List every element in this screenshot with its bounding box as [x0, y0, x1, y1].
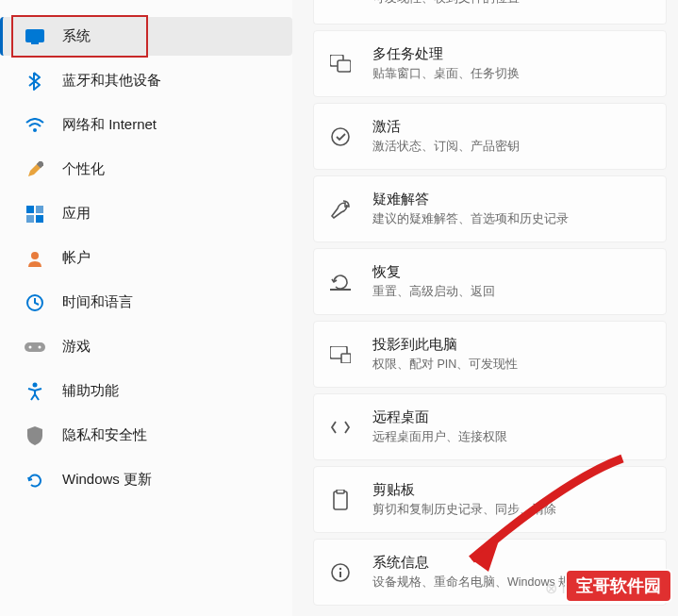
card-title: 投影到此电脑	[372, 336, 518, 354]
personalization-icon	[25, 159, 45, 180]
watermark-badge: 宝哥软件园	[565, 569, 672, 603]
recovery-icon	[329, 271, 352, 293]
svg-point-13	[33, 382, 38, 387]
sidebar-item-label: 个性化	[62, 160, 105, 178]
card-recovery[interactable]: 恢复 重置、高级启动、返回	[313, 248, 667, 315]
svg-rect-10	[25, 342, 45, 352]
sidebar-item-network[interactable]: 网络和 Internet	[0, 106, 292, 144]
card-subtitle: 远程桌面用户、连接权限	[372, 429, 507, 445]
card-title: 恢复	[372, 263, 495, 281]
windows-update-icon	[25, 470, 45, 491]
card-activation[interactable]: 激活 激活状态、订阅、产品密钥	[313, 103, 667, 170]
svg-rect-4	[26, 206, 34, 213]
svg-rect-5	[36, 206, 43, 213]
sidebar-item-label: 蓝牙和其他设备	[62, 72, 161, 90]
card-subtitle: 建议的疑难解答、首选项和历史记录	[372, 211, 569, 227]
sidebar-item-accounts[interactable]: 帐户	[0, 239, 292, 277]
svg-rect-0	[25, 29, 44, 42]
settings-sidebar: 系统 蓝牙和其他设备 网络和 Internet 个性化 应用	[0, 0, 292, 616]
sidebar-item-windows-update[interactable]: Windows 更新	[0, 460, 292, 499]
sidebar-item-label: 隐私和安全性	[62, 426, 147, 444]
troubleshoot-icon	[329, 198, 352, 221]
sidebar-item-label: 网络和 Internet	[62, 116, 157, 134]
apps-icon	[25, 204, 45, 225]
svg-point-23	[339, 567, 341, 569]
bluetooth-icon	[25, 71, 45, 92]
card-subtitle: 权限、配对 PIN、可发现性	[372, 357, 518, 373]
sidebar-item-label: 应用	[62, 205, 91, 223]
sidebar-item-gaming[interactable]: 游戏	[0, 327, 292, 366]
svg-rect-21	[337, 490, 344, 493]
sidebar-item-label: 游戏	[62, 338, 91, 356]
privacy-icon	[25, 425, 45, 446]
svg-rect-15	[338, 60, 351, 72]
time-language-icon	[25, 292, 45, 313]
card-title: 激活	[372, 118, 520, 136]
sidebar-item-privacy[interactable]: 隐私和安全性	[0, 416, 292, 455]
card-title: 剪贴板	[372, 481, 556, 499]
card-subtitle: 剪切和复制历史记录、同步、清除	[372, 502, 556, 518]
multitask-icon	[329, 53, 352, 75]
svg-rect-7	[36, 215, 43, 223]
gaming-icon	[25, 337, 45, 358]
sidebar-item-system[interactable]: 系统	[0, 17, 292, 56]
accessibility-icon	[25, 381, 45, 402]
svg-point-12	[39, 345, 41, 348]
about-icon	[329, 561, 352, 584]
system-icon	[25, 26, 45, 47]
wifi-icon	[25, 115, 45, 136]
svg-rect-6	[26, 215, 34, 223]
svg-rect-1	[31, 42, 39, 44]
account-icon	[25, 248, 45, 269]
svg-point-16	[332, 128, 349, 145]
card-title: 远程桌面	[372, 408, 507, 426]
card-clipboard[interactable]: 剪贴板 剪切和复制历史记录、同步、清除	[313, 466, 667, 533]
card-multitasking[interactable]: 多任务处理 贴靠窗口、桌面、任务切换	[313, 30, 667, 97]
card-nearby-sharing[interactable]: 可发现性、收到文件的位置	[313, 0, 667, 25]
card-subtitle: 重置、高级启动、返回	[372, 284, 495, 300]
sidebar-item-time-language[interactable]: 时间和语言	[0, 283, 292, 322]
card-remote-desktop[interactable]: 远程桌面 远程桌面用户、连接权限	[313, 393, 667, 460]
card-title: 疑难解答	[372, 191, 569, 208]
clipboard-icon	[329, 489, 352, 511]
card-subtitle: 可发现性、收到文件的位置	[372, 0, 520, 7]
card-title: 系统信息	[372, 554, 583, 572]
svg-rect-20	[334, 491, 347, 509]
svg-point-8	[31, 252, 39, 259]
sidebar-item-bluetooth[interactable]: 蓝牙和其他设备	[0, 61, 292, 100]
svg-rect-17	[330, 289, 351, 291]
sidebar-item-accessibility[interactable]: 辅助功能	[0, 372, 292, 410]
sidebar-item-apps[interactable]: 应用	[0, 194, 292, 233]
nearby-icon	[329, 0, 352, 9]
card-subtitle: 贴靠窗口、桌面、任务切换	[372, 66, 520, 82]
project-icon	[329, 343, 352, 366]
sidebar-item-label: Windows 更新	[62, 471, 152, 489]
svg-rect-19	[341, 354, 351, 363]
activation-icon	[329, 125, 352, 148]
svg-point-11	[29, 345, 32, 348]
card-subtitle: 激活状态、订阅、产品密钥	[372, 139, 520, 155]
sidebar-item-personalization[interactable]: 个性化	[0, 150, 292, 189]
main-content: 可发现性、收到文件的位置 多任务处理 贴靠窗口、桌面、任务切换 激活 激活状态、…	[292, 0, 678, 616]
sidebar-item-label: 帐户	[62, 249, 91, 267]
sidebar-item-label: 时间和语言	[62, 293, 133, 311]
remote-desktop-icon	[329, 416, 352, 439]
svg-rect-24	[339, 572, 341, 577]
card-projecting[interactable]: 投影到此电脑 权限、配对 PIN、可发现性	[313, 321, 667, 388]
card-troubleshoot[interactable]: 疑难解答 建议的疑难解答、首选项和历史记录	[313, 175, 667, 242]
sidebar-item-label: 系统	[62, 27, 91, 45]
sidebar-item-label: 辅助功能	[62, 382, 119, 400]
card-title: 多任务处理	[372, 45, 520, 63]
svg-point-2	[33, 128, 37, 132]
